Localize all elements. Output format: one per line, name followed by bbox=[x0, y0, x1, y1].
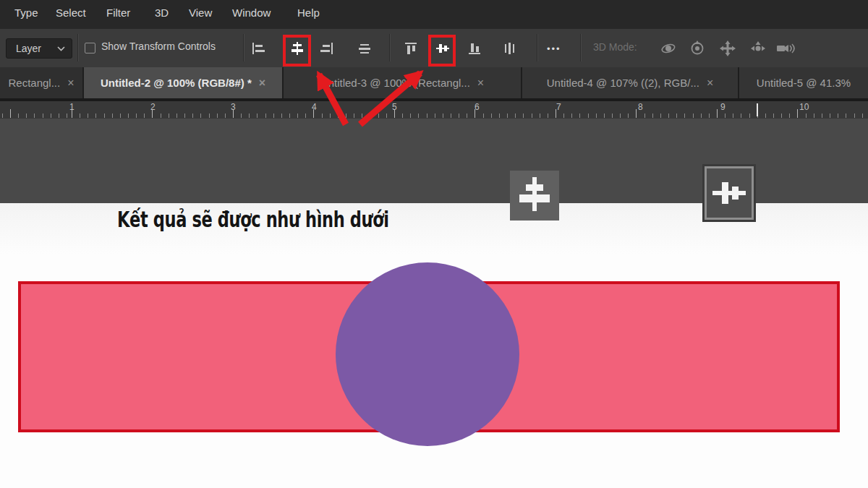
slide-3d-camera-button[interactable] bbox=[749, 40, 767, 57]
menu-help[interactable]: Help bbox=[297, 7, 320, 19]
ruler-major-ticks bbox=[0, 109, 868, 118]
tab-rectangle[interactable]: Rectangl... × bbox=[0, 67, 84, 98]
tab-title: Untitled-2 @ 100% (RGB/8#) * bbox=[101, 77, 252, 89]
purple-circle-shape[interactable] bbox=[336, 262, 519, 446]
ruler-cursor-marker bbox=[757, 103, 758, 116]
ruler-number: 4 bbox=[312, 102, 317, 112]
roll-3d-camera-icon bbox=[689, 40, 706, 57]
menu-bar: Type Select Filter 3D View Window Help bbox=[0, 0, 868, 30]
zoom-3d-camera-icon bbox=[775, 40, 796, 57]
ruler-number: 7 bbox=[556, 102, 561, 112]
close-icon[interactable]: × bbox=[707, 77, 713, 90]
result-text: Kết quả sẽ được như hình dưới bbox=[117, 207, 480, 232]
divider bbox=[243, 34, 244, 61]
roll-3d-camera-button[interactable] bbox=[689, 40, 706, 57]
align-vertical-centers-icon bbox=[707, 168, 752, 218]
divider bbox=[580, 34, 582, 61]
align-left-edges-button[interactable] bbox=[250, 40, 267, 57]
tab-title: Untitled-4 @ 107% ((2), RGB/... bbox=[547, 77, 699, 89]
align-horizontal-centers-callout bbox=[510, 171, 559, 221]
menu-3d[interactable]: 3D bbox=[155, 7, 169, 19]
3d-mode-label: 3D Mode: bbox=[593, 41, 637, 53]
photoshop-window: Type Select Filter 3D View Window Help L… bbox=[0, 0, 868, 488]
menu-type[interactable]: Type bbox=[14, 7, 38, 19]
distribute-horizontal-centers-icon bbox=[501, 40, 517, 56]
more-options-button[interactable]: ••• bbox=[547, 43, 561, 54]
align-left-edges-icon bbox=[250, 40, 266, 56]
tab-untitled-3[interactable]: Untitled-3 @ 100% (Rectangl... × bbox=[284, 67, 522, 98]
ruler-number: 1 bbox=[69, 102, 75, 112]
layer-select-dropdown[interactable]: Layer bbox=[6, 38, 72, 59]
show-transform-controls-label[interactable]: Show Transform Controls bbox=[101, 40, 216, 52]
ruler-number: 3 bbox=[231, 102, 236, 112]
horizontal-ruler[interactable]: 1 2 3 4 5 6 7 8 9 10 bbox=[0, 101, 868, 119]
show-transform-controls-checkbox[interactable] bbox=[85, 43, 95, 53]
align-horizontal-centers-icon bbox=[510, 171, 559, 221]
menu-view[interactable]: View bbox=[189, 7, 212, 19]
distribute-horizontal-centers-button[interactable] bbox=[501, 40, 518, 57]
divider bbox=[389, 34, 391, 61]
tab-untitled-4[interactable]: Untitled-4 @ 107% ((2), RGB/... × bbox=[522, 67, 739, 98]
tab-title: Untitled-5 @ 41.3% bbox=[757, 77, 851, 89]
ruler-number: 2 bbox=[150, 102, 156, 112]
tab-untitled-5[interactable]: Untitled-5 @ 41.3% bbox=[739, 67, 868, 98]
ruler-number: 8 bbox=[638, 102, 643, 112]
ruler-number: 6 bbox=[475, 102, 480, 112]
align-top-edges-button[interactable] bbox=[402, 40, 420, 57]
divider bbox=[77, 34, 79, 61]
zoom-3d-camera-button[interactable] bbox=[775, 40, 793, 57]
tab-title: Untitled-3 @ 100% (Rectangl... bbox=[320, 77, 470, 89]
align-bottom-edges-button[interactable] bbox=[466, 40, 483, 57]
close-icon[interactable]: × bbox=[259, 77, 265, 90]
tab-title: Rectangl... bbox=[8, 77, 60, 89]
menu-select[interactable]: Select bbox=[56, 7, 86, 19]
menu-filter[interactable]: Filter bbox=[106, 7, 130, 19]
align-right-edges-button[interactable] bbox=[318, 40, 336, 57]
drag-3d-camera-icon bbox=[719, 40, 736, 57]
align-top-edges-icon bbox=[403, 40, 419, 56]
align-vertical-centers-callout bbox=[705, 166, 754, 220]
align-bottom-edges-icon bbox=[467, 40, 482, 56]
close-icon[interactable]: × bbox=[67, 77, 74, 90]
slide-3d-camera-icon bbox=[749, 40, 767, 57]
document-canvas[interactable]: Kết quả sẽ được như hình dưới bbox=[0, 203, 868, 488]
menu-window[interactable]: Window bbox=[232, 7, 271, 19]
ruler-number: 9 bbox=[720, 102, 726, 112]
layer-select-label: Layer bbox=[16, 43, 41, 54]
divider bbox=[537, 34, 538, 61]
distribute-vertical-centers-icon bbox=[357, 40, 373, 56]
ruler-number: 10 bbox=[799, 102, 809, 112]
orbit-3d-camera-button[interactable] bbox=[660, 40, 677, 57]
highlight-box-align-vertical-centers bbox=[428, 35, 456, 67]
ruler-number: 5 bbox=[392, 102, 397, 112]
document-tab-bar: Rectangl... × Untitled-2 @ 100% (RGB/8#)… bbox=[0, 67, 868, 98]
highlight-box-align-horizontal-centers bbox=[283, 35, 311, 67]
close-icon[interactable]: × bbox=[477, 77, 484, 90]
tab-untitled-2-active[interactable]: Untitled-2 @ 100% (RGB/8#) * × bbox=[84, 67, 284, 98]
chevron-down-icon bbox=[57, 46, 65, 51]
align-right-edges-icon bbox=[319, 40, 335, 56]
distribute-vertical-centers-button[interactable] bbox=[356, 40, 373, 57]
drag-3d-camera-button[interactable] bbox=[719, 40, 736, 57]
orbit-3d-camera-icon bbox=[660, 40, 677, 57]
